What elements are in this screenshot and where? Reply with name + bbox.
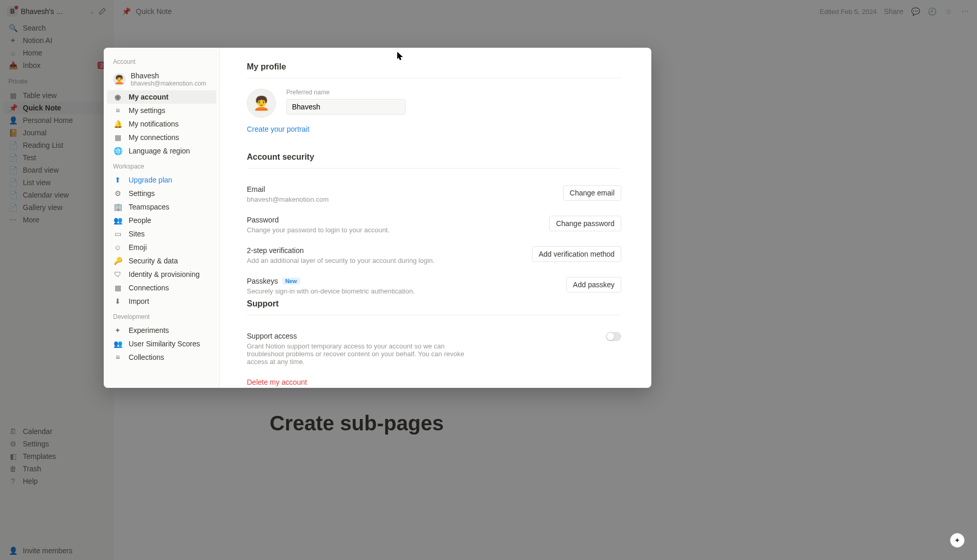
support-heading: Support bbox=[247, 299, 621, 309]
profile-avatar[interactable]: 🧑‍🦱 bbox=[247, 89, 276, 118]
nav-identity-provisioning[interactable]: 🛡Identity & provisioning bbox=[107, 268, 216, 281]
people-icon: 👥 bbox=[113, 340, 122, 348]
nav-language-region[interactable]: 🌐Language & region bbox=[107, 144, 216, 158]
nav-collections[interactable]: ≡Collections bbox=[107, 351, 216, 364]
nav-security-data[interactable]: 🔑Security & data bbox=[107, 254, 216, 268]
bell-icon: 🔔 bbox=[113, 120, 122, 128]
support-access-toggle[interactable] bbox=[606, 332, 621, 341]
avatar: 🧑‍🦱 bbox=[113, 73, 125, 86]
preferred-name-label: Preferred name bbox=[286, 89, 406, 96]
password-sub: Change your password to login to your ac… bbox=[247, 226, 389, 234]
nav-upgrade-plan[interactable]: ⬆Upgrade plan bbox=[107, 173, 216, 187]
new-badge: New bbox=[282, 277, 300, 285]
settings-item-label: Sites bbox=[129, 230, 145, 238]
settings-item-label: Collections bbox=[129, 353, 164, 361]
nav-import[interactable]: ⬇Import bbox=[107, 295, 216, 308]
nav-sites[interactable]: ▭Sites bbox=[107, 227, 216, 241]
add-verification-button[interactable]: Add verification method bbox=[532, 246, 621, 262]
settings-modal: Account 🧑‍🦱 Bhavesh bhavesh@makenotion.c… bbox=[104, 48, 651, 388]
settings-item-label: Import bbox=[129, 297, 149, 305]
nav-my-connections[interactable]: ▦My connections bbox=[107, 131, 216, 144]
nav-my-notifications[interactable]: 🔔My notifications bbox=[107, 117, 216, 131]
emoji-icon: ☺ bbox=[113, 243, 122, 251]
delete-account-label[interactable]: Delete my account bbox=[247, 378, 465, 386]
nav-people[interactable]: 👥People bbox=[107, 214, 216, 227]
key-icon: 🔑 bbox=[113, 257, 122, 265]
settings-item-label: People bbox=[129, 216, 151, 225]
twostep-label: 2-step verification bbox=[247, 246, 435, 255]
nav-experiments[interactable]: ✦Experiments bbox=[107, 324, 216, 337]
section-label-workspace: Workspace bbox=[107, 158, 216, 173]
download-icon: ⬇ bbox=[113, 297, 122, 305]
divider bbox=[247, 168, 621, 169]
change-password-button[interactable]: Change password bbox=[549, 216, 621, 231]
twostep-sub: Add an additional layer of security to y… bbox=[247, 257, 435, 264]
grid-icon: ▦ bbox=[113, 133, 122, 142]
password-label: Password bbox=[247, 216, 389, 224]
settings-item-label: My settings bbox=[129, 106, 165, 115]
section-label-account: Account bbox=[107, 53, 216, 68]
account-block: 🧑‍🦱 Bhavesh bhavesh@makenotion.com bbox=[107, 68, 216, 90]
nav-emoji[interactable]: ☺Emoji bbox=[107, 241, 216, 254]
people-icon: 👥 bbox=[113, 216, 122, 225]
settings-item-label: Emoji bbox=[129, 243, 147, 251]
sliders-icon: ≡ bbox=[113, 106, 122, 115]
account-email: bhavesh@makenotion.com bbox=[131, 80, 206, 87]
divider bbox=[247, 315, 621, 315]
nav-teamspaces[interactable]: 🏢Teamspaces bbox=[107, 200, 216, 214]
add-passkey-button[interactable]: Add passkey bbox=[566, 277, 621, 292]
nav-user-similarity[interactable]: 👥User Similarity Scores bbox=[107, 337, 216, 351]
apps-icon: ▦ bbox=[113, 284, 122, 292]
create-portrait-link[interactable]: Create your portrait bbox=[247, 125, 310, 133]
passkeys-label: Passkeys bbox=[247, 277, 278, 285]
settings-item-label: Teamspaces bbox=[129, 203, 170, 211]
section-label-development: Development bbox=[107, 308, 216, 324]
globe-icon: 🌐 bbox=[113, 147, 122, 155]
settings-item-label: User Similarity Scores bbox=[129, 340, 200, 348]
account-name: Bhavesh bbox=[131, 72, 206, 80]
settings-item-label: My account bbox=[129, 93, 169, 101]
settings-item-label: My connections bbox=[129, 133, 179, 142]
settings-item-label: Upgrade plan bbox=[129, 176, 172, 184]
settings-item-label: My notifications bbox=[129, 120, 178, 128]
person-circle-icon: ◉ bbox=[113, 93, 122, 101]
account-security-heading: Account security bbox=[247, 152, 621, 162]
building-icon: 🏢 bbox=[113, 203, 122, 211]
settings-item-label: Experiments bbox=[129, 326, 169, 334]
my-profile-heading: My profile bbox=[247, 62, 621, 72]
passkeys-sub: Securely sign-in with on-device biometri… bbox=[247, 287, 415, 295]
gear-icon: ⚙ bbox=[113, 189, 122, 198]
ai-fab[interactable]: ✦ bbox=[950, 533, 965, 548]
divider bbox=[247, 78, 621, 78]
email-label: Email bbox=[247, 185, 329, 193]
cursor-pointer-icon bbox=[397, 51, 404, 62]
settings-content: My profile 🧑‍🦱 Preferred name Create you… bbox=[220, 48, 651, 388]
settings-item-label: Language & region bbox=[129, 147, 190, 155]
settings-item-label: Connections bbox=[129, 284, 169, 292]
support-access-label: Support access bbox=[247, 332, 475, 340]
preferred-name-input[interactable] bbox=[286, 99, 406, 115]
nav-settings[interactable]: ⚙Settings bbox=[107, 187, 216, 200]
nav-connections[interactable]: ▦Connections bbox=[107, 281, 216, 295]
settings-item-label: Settings bbox=[129, 189, 155, 198]
settings-item-label: Identity & provisioning bbox=[129, 270, 200, 278]
nav-my-account[interactable]: ◉My account bbox=[107, 90, 216, 104]
shield-icon: 🛡 bbox=[113, 270, 122, 278]
upgrade-icon: ⬆ bbox=[113, 176, 122, 184]
sparkle-icon: ✦ bbox=[113, 326, 122, 334]
email-value: bhavesh@makenotion.com bbox=[247, 195, 329, 203]
settings-item-label: Security & data bbox=[129, 257, 178, 265]
settings-sidebar: Account 🧑‍🦱 Bhavesh bhavesh@makenotion.c… bbox=[104, 48, 220, 388]
nav-my-settings[interactable]: ≡My settings bbox=[107, 104, 216, 117]
browser-icon: ▭ bbox=[113, 230, 122, 238]
change-email-button[interactable]: Change email bbox=[563, 185, 621, 201]
stack-icon: ≡ bbox=[113, 353, 122, 361]
support-access-sub: Grant Notion support temporary access to… bbox=[247, 342, 475, 366]
